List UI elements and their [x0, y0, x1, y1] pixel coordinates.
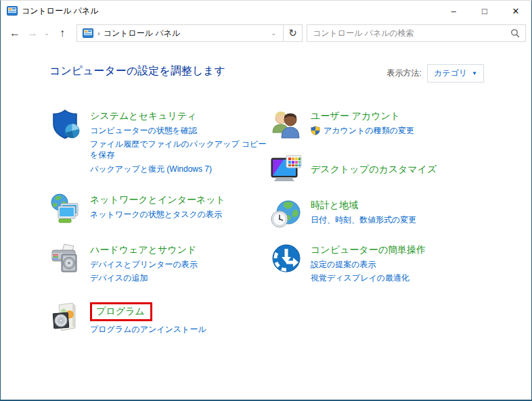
- category-programs: プログラム プログラムのアンインストール: [49, 301, 270, 335]
- hardware-sound-icon[interactable]: [49, 242, 82, 275]
- navigation-bar: ← → ⌄ ↑ › コントロール パネル ⌄ ↻: [1, 21, 531, 45]
- category-network-internet: ネットワークとインターネット ネットワークの状態とタスクの表示: [49, 192, 270, 225]
- forward-button: →: [24, 24, 41, 42]
- clock-region-icon[interactable]: [270, 197, 303, 230]
- search-box[interactable]: [307, 24, 526, 42]
- link-network-status-tasks[interactable]: ネットワークの状態とタスクの表示: [90, 209, 225, 220]
- up-button[interactable]: ↑: [52, 24, 72, 42]
- red-highlight-box: プログラム: [90, 302, 152, 321]
- breadcrumb-item-control-panel[interactable]: コントロール パネル: [104, 28, 267, 39]
- left-column: システムとセキュリティ コンピューターの状態を確認 ファイル履歴でファイルのバッ…: [49, 108, 270, 347]
- view-by-label: 表示方法:: [387, 68, 422, 79]
- link-change-account-type[interactable]: アカウントの種類の変更: [311, 125, 414, 136]
- refresh-button[interactable]: ↻: [284, 24, 303, 42]
- category-title-system-security[interactable]: システムとセキュリティ: [90, 110, 197, 122]
- category-ease-of-access: コンピューターの簡単操作 設定の提案の表示 視覚ディスプレイの最適化: [270, 242, 484, 283]
- category-system-security: システムとセキュリティ コンピューターの状態を確認 ファイル履歴でファイルのバッ…: [49, 108, 270, 174]
- back-button[interactable]: ←: [6, 24, 24, 42]
- breadcrumb-control-panel-icon: [83, 28, 93, 39]
- category-title-network-internet[interactable]: ネットワークとインターネット: [90, 194, 225, 206]
- programs-icon[interactable]: [49, 301, 82, 333]
- minimize-button[interactable]: –: [438, 1, 469, 21]
- system-security-icon[interactable]: [49, 108, 82, 141]
- category-title-clock-region[interactable]: 時計と地域: [311, 199, 358, 212]
- link-view-devices-printers[interactable]: デバイスとプリンターの表示: [90, 259, 198, 270]
- link-change-date-time-number-formats[interactable]: 日付、時刻、数値形式の変更: [311, 214, 416, 225]
- category-title-user-accounts[interactable]: ユーザー アカウント: [311, 110, 400, 122]
- control-panel-icon: [7, 5, 18, 16]
- category-appearance: デスクトップのカスタマイズ: [270, 153, 484, 185]
- category-title-ease-of-access[interactable]: コンピューターの簡単操作: [311, 244, 426, 256]
- breadcrumb-separator-icon: ›: [97, 29, 100, 37]
- uac-shield-icon: [311, 126, 320, 135]
- close-button[interactable]: ✕: [500, 1, 531, 21]
- breadcrumb[interactable]: › コントロール パネル ⌄: [76, 24, 284, 42]
- link-uninstall-program[interactable]: プログラムのアンインストール: [90, 324, 206, 335]
- link-suggested-settings[interactable]: 設定の提案の表示: [311, 259, 426, 270]
- control-panel-window: コントロール パネル – □ ✕ ← → ⌄ ↑ › コントロール パネル ⌄ …: [0, 0, 532, 401]
- link-change-account-type-label: アカウントの種類の変更: [324, 125, 414, 136]
- search-input[interactable]: [313, 28, 510, 38]
- category-title-programs[interactable]: プログラム: [96, 306, 145, 318]
- network-internet-icon[interactable]: [49, 192, 82, 225]
- view-by-value: カテゴリ: [434, 68, 467, 79]
- category-user-accounts: ユーザー アカウント アカウントの種類の変更: [270, 108, 484, 141]
- search-icon[interactable]: [510, 28, 520, 38]
- user-accounts-icon[interactable]: [270, 108, 303, 141]
- titlebar: コントロール パネル – □ ✕: [1, 1, 531, 21]
- link-add-device[interactable]: デバイスの追加: [90, 273, 198, 283]
- category-title-appearance[interactable]: デスクトップのカスタマイズ: [311, 164, 437, 176]
- link-backup-restore-windows7[interactable]: バックアップと復元 (Windows 7): [90, 164, 270, 174]
- view-by-dropdown[interactable]: カテゴリ ▼: [427, 64, 484, 82]
- link-check-computer-status[interactable]: コンピューターの状態を確認: [90, 125, 270, 136]
- link-optimize-visual-display[interactable]: 視覚ディスプレイの最適化: [311, 273, 426, 283]
- link-file-history-backup[interactable]: ファイル履歴でファイルのバックアップ コピーを保存: [90, 139, 270, 160]
- appearance-personalization-icon[interactable]: [270, 153, 303, 185]
- page-title: コンピューターの設定を調整します: [49, 64, 225, 78]
- chevron-down-icon: ▼: [472, 70, 477, 76]
- category-hardware-sound: ハードウェアとサウンド デバイスとプリンターの表示 デバイスの追加: [49, 242, 270, 283]
- maximize-button[interactable]: □: [469, 1, 500, 21]
- category-clock-region: 時計と地域 日付、時刻、数値形式の変更: [270, 197, 484, 230]
- history-dropdown-icon[interactable]: ⌄: [41, 30, 52, 37]
- breadcrumb-dropdown-icon[interactable]: ⌄: [267, 30, 280, 37]
- right-column: ユーザー アカウント アカウントの種類の変更: [270, 108, 484, 347]
- main-content: コンピューターの設定を調整します 表示方法: カテゴリ ▼: [1, 45, 531, 347]
- category-title-hardware-sound[interactable]: ハードウェアとサウンド: [90, 244, 196, 256]
- ease-of-access-icon[interactable]: [270, 242, 303, 275]
- window-title: コントロール パネル: [22, 5, 99, 17]
